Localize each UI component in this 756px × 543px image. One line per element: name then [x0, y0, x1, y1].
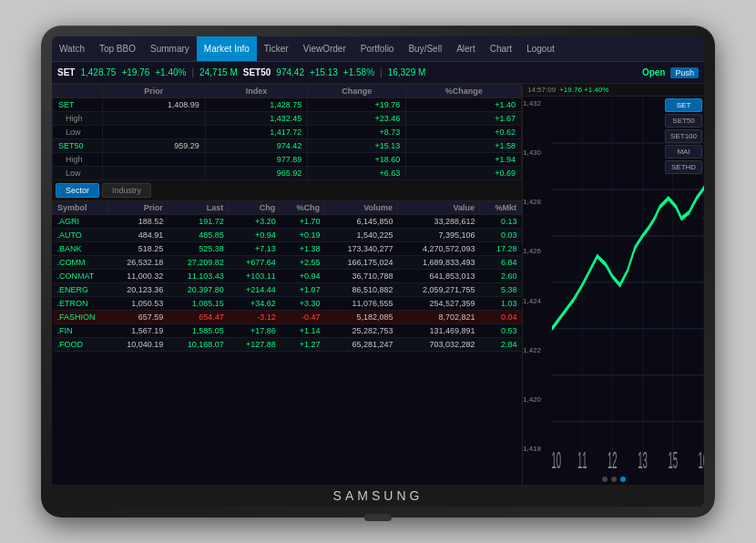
sector-volume: 6,145,850	[324, 215, 397, 229]
sector-col-chg: Chg	[229, 201, 281, 215]
chart-btn-sethd[interactable]: SETHD	[665, 160, 702, 174]
tab-industry[interactable]: Industry	[102, 183, 151, 198]
sector-volume: 166,175,024	[324, 256, 397, 270]
y-label-4: 1,424	[523, 297, 552, 305]
set50-label: SET50	[243, 67, 271, 77]
market-row-pct: +1.40	[406, 98, 522, 112]
market-row-pct: +1.67	[406, 112, 522, 126]
sector-symbol: .CONMAT	[53, 270, 107, 283]
sector-volume: 5,182,085	[324, 311, 397, 324]
sector-symbol: .FOOD	[53, 338, 107, 352]
sector-mkt: 0.53	[479, 324, 521, 338]
sector-col-pctchg: %Chg	[281, 201, 325, 215]
sector-mkt: 0.13	[479, 215, 521, 229]
market-row-change: +15.13	[308, 139, 406, 153]
sector-pct: +1.14	[281, 324, 325, 338]
market-row-prior	[103, 112, 206, 126]
market-row-label: SET50	[53, 139, 103, 153]
dot-3	[620, 476, 626, 482]
sector-chg: +17.86	[229, 324, 281, 338]
set50-pct: +1.58%	[343, 67, 374, 77]
nav-ticker[interactable]: Ticker	[257, 36, 296, 61]
chart-dots	[523, 474, 704, 485]
chart-btn-mai[interactable]: MAI	[665, 145, 702, 159]
tablet-bottom	[52, 507, 704, 525]
sector-chg: +0.94	[229, 229, 281, 242]
sector-volume: 1,540,225	[324, 229, 397, 242]
sector-volume: 65,281,247	[324, 338, 397, 352]
market-row-prior: 1,408.99	[103, 98, 206, 112]
sector-chg: +7.13	[229, 242, 281, 256]
market-row-prior	[103, 167, 206, 180]
dot-1	[602, 476, 608, 482]
set-price: 1,428.75	[80, 67, 116, 77]
nav-marketinfo[interactable]: Market Info	[197, 36, 257, 61]
nav-portfolio[interactable]: Portfolio	[353, 36, 402, 61]
chart-time: 14:57:09	[527, 86, 556, 94]
status-open: Open	[642, 67, 666, 77]
sector-last: 654.47	[168, 311, 229, 324]
sector-last: 27,209.82	[168, 256, 229, 270]
svg-text:15: 15	[668, 447, 678, 473]
sector-value: 4,270,572,093	[397, 242, 479, 256]
market-row-prior: 959.29	[103, 139, 206, 153]
sector-prior: 10,040.19	[107, 338, 169, 352]
market-row-index: 977.89	[205, 153, 308, 167]
market-row-pct: +0.69	[406, 167, 522, 180]
sector-volume: 25,282,753	[324, 324, 397, 338]
svg-text:13: 13	[638, 447, 648, 473]
chart-btn-set100[interactable]: SET100	[665, 129, 702, 143]
nav-logout[interactable]: Logout	[519, 36, 562, 61]
tablet: Watch Top BBO Summary Market Info Ticker…	[41, 26, 715, 517]
tablet-screen: Watch Top BBO Summary Market Info Ticker…	[52, 36, 704, 507]
sector-value: 641,853,013	[397, 270, 479, 283]
chart-btn-set[interactable]: SET	[665, 98, 702, 112]
push-button[interactable]: Push	[670, 67, 699, 78]
sector-volume: 173,340,277	[324, 242, 397, 256]
sector-value: 254,527,359	[397, 297, 479, 311]
status-bar: SET 1,428.75 +19.76 +1.40% | 24,715 M SE…	[52, 62, 704, 84]
sector-pct: +0.94	[281, 270, 325, 283]
sector-prior: 26,532.18	[107, 256, 169, 270]
sector-table-wrapper: Symbol Prior Last Chg %Chg Volume Value …	[52, 200, 522, 485]
sector-col-volume: Volume	[324, 201, 397, 215]
right-panel: 14:57:09 +19.76 +1.40% 1,432 1,430 1,428…	[522, 84, 704, 485]
sector-chg: +3.20	[229, 215, 281, 229]
main-area: Prior Index Change %Change SET 1,408.99 …	[52, 84, 704, 485]
nav-summary[interactable]: Summary	[143, 36, 197, 61]
y-label-2: 1,428	[523, 198, 552, 206]
tab-sector[interactable]: Sector	[56, 183, 99, 198]
sector-pct: +0.19	[281, 229, 325, 242]
sep1: |	[191, 67, 194, 77]
set-pct: +1.40%	[155, 67, 186, 77]
nav-watch[interactable]: Watch	[52, 36, 92, 61]
set-vol: 24,715 M	[199, 67, 238, 77]
market-row-pct: +1.94	[406, 153, 522, 167]
sector-symbol: .ETRON	[53, 297, 107, 311]
nav-chart[interactable]: Chart	[483, 36, 519, 61]
home-button[interactable]	[364, 514, 392, 521]
sector-symbol: .BANK	[53, 242, 107, 256]
set50-change: +15.13	[310, 67, 338, 77]
market-row-change: +8.73	[308, 126, 406, 139]
sector-last: 191.72	[168, 215, 229, 229]
nav-bar: Watch Top BBO Summary Market Info Ticker…	[52, 36, 704, 62]
y-label-7: 1,418	[523, 445, 552, 453]
nav-buysell[interactable]: Buy/Sell	[401, 36, 449, 61]
market-val: 16,329 M	[388, 67, 426, 77]
sector-symbol: .AUTO	[53, 229, 107, 242]
sector-pct: -0.47	[281, 311, 325, 324]
col-header-index: Index	[205, 85, 308, 98]
sector-mkt: 5.38	[479, 283, 521, 297]
sector-symbol: .COMM	[53, 256, 107, 270]
col-header-change: Change	[308, 85, 406, 98]
sector-table: Symbol Prior Last Chg %Chg Volume Value …	[52, 200, 522, 352]
svg-text:16: 16	[699, 447, 704, 473]
nav-vieworder[interactable]: ViewOrder	[296, 36, 353, 61]
chart-btn-set50[interactable]: SET50	[665, 114, 702, 128]
market-row-index: 1,428.75	[205, 98, 308, 112]
nav-topbbo[interactable]: Top BBO	[92, 36, 143, 61]
sector-last: 10,168.07	[168, 338, 229, 352]
nav-alert[interactable]: Alert	[449, 36, 483, 61]
svg-text:11: 11	[577, 447, 587, 473]
